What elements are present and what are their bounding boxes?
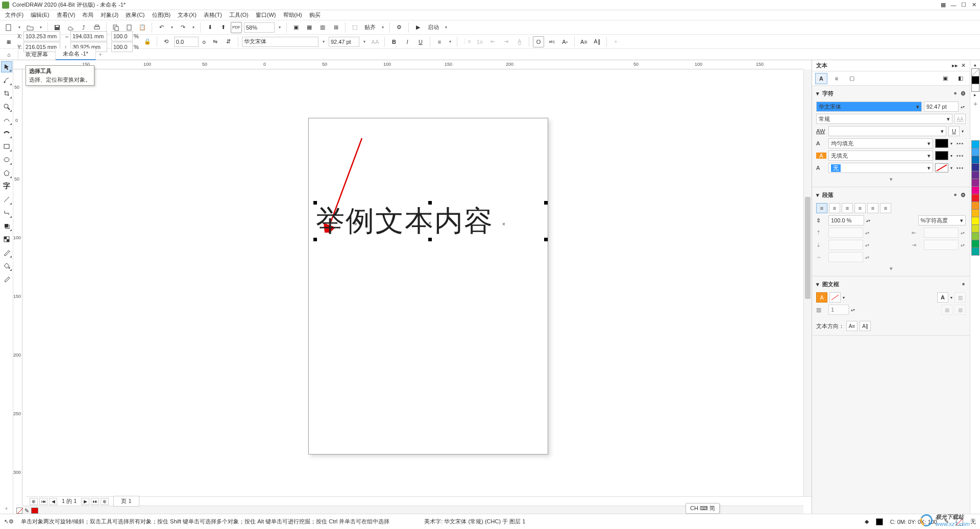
freehand-tool[interactable] xyxy=(1,114,12,125)
char-spacing-input[interactable] xyxy=(828,252,863,262)
transparency-tool[interactable] xyxy=(1,234,12,245)
eyedropper-tool[interactable] xyxy=(1,247,12,258)
menu-edit[interactable]: 编辑(E) xyxy=(28,10,53,20)
all-caps-button[interactable]: AA xyxy=(954,114,966,124)
color-lightblue[interactable] xyxy=(971,148,979,156)
vertical-scrollbar[interactable] xyxy=(803,69,812,506)
col-opt2[interactable]: ▦ xyxy=(954,305,966,315)
w-input[interactable] xyxy=(70,31,107,41)
page-tab[interactable]: 页 1 xyxy=(113,496,139,507)
color-violet[interactable] xyxy=(971,179,979,187)
options-button[interactable]: ⚙ xyxy=(394,22,405,33)
snap-label[interactable]: 贴齐 xyxy=(362,23,378,31)
artistic-media-tool[interactable] xyxy=(1,128,12,139)
color-blue[interactable] xyxy=(971,156,979,164)
para-mode-tab[interactable]: ≡ xyxy=(830,73,843,84)
outline-swatch[interactable] xyxy=(935,163,948,172)
abc-button[interactable]: ab| xyxy=(546,36,557,47)
text-tool[interactable]: 字 xyxy=(1,181,12,192)
no-color-swatch[interactable] xyxy=(971,68,979,77)
docker-font-select[interactable]: 华文宋体▾ xyxy=(816,102,922,112)
section-opts-icon[interactable]: ⚬ xyxy=(953,192,958,198)
zoom-input[interactable] xyxy=(244,22,275,33)
sx-input[interactable] xyxy=(111,31,133,41)
char-mode-tab[interactable]: A xyxy=(815,73,827,84)
fill-type-select[interactable]: 均匀填充▾ xyxy=(828,138,933,148)
frame-mode-tab[interactable]: ▢ xyxy=(846,73,858,84)
text-align-button[interactable]: ≡ xyxy=(434,36,445,47)
align-center-button[interactable]: ≡ xyxy=(842,203,853,213)
docker-menu-icon[interactable]: ▸▸ xyxy=(952,62,958,69)
font-select[interactable] xyxy=(242,37,318,47)
home-tab[interactable]: ⌂ xyxy=(0,50,18,59)
crop-tool[interactable] xyxy=(1,88,12,99)
menu-tools[interactable]: 工具(O) xyxy=(226,10,252,20)
mirror-h-button[interactable]: ⇋ xyxy=(210,36,221,47)
launch-icon[interactable]: ▶ xyxy=(412,22,424,33)
menu-file[interactable]: 文件(F) xyxy=(2,10,27,20)
color-purple[interactable] xyxy=(971,171,979,179)
lock-ratio-button[interactable]: 🔒 xyxy=(142,36,153,47)
palette-expand-button[interactable]: ▸ xyxy=(974,92,976,97)
left-indent-input[interactable] xyxy=(924,228,959,238)
color-magenta[interactable] xyxy=(971,186,979,194)
docker-fontstyle[interactable]: 常规▾ xyxy=(816,114,952,124)
chevron-icon[interactable]: ▾ xyxy=(816,192,819,198)
outline-more-button[interactable]: ••• xyxy=(954,165,966,171)
align-force-button[interactable]: ≡ xyxy=(880,203,891,213)
textdir-h-button[interactable]: A≡ xyxy=(846,321,857,331)
minimize-button[interactable]: — xyxy=(949,1,958,9)
canvas[interactable]: 举例文本内容 × × × xyxy=(22,69,803,506)
menu-buy[interactable]: 购买 xyxy=(306,10,324,20)
redo-dropdown[interactable]: ▾ xyxy=(190,25,197,30)
frame-columns-icon[interactable]: ▥ xyxy=(954,292,966,303)
color-teal[interactable] xyxy=(971,247,979,256)
next-page-button[interactable]: ▶ xyxy=(81,498,89,505)
chevron-icon[interactable]: ▾ xyxy=(816,90,819,97)
pick-tool[interactable] xyxy=(1,61,12,72)
color-lime[interactable] xyxy=(971,224,979,233)
htext-button[interactable]: A≡ xyxy=(578,36,590,47)
shape-tool[interactable] xyxy=(1,74,12,86)
handle-bl[interactable] xyxy=(313,238,317,241)
section-gear-icon[interactable]: ⚙ xyxy=(961,90,966,97)
right-indent-input[interactable] xyxy=(924,240,959,250)
numbering-button[interactable]: 1≡ xyxy=(474,36,485,47)
fontsize-input[interactable] xyxy=(329,37,359,47)
snap-dropdown[interactable]: ▾ xyxy=(380,25,386,30)
parallel-dim-tool[interactable] xyxy=(1,194,12,205)
color-green[interactable] xyxy=(971,232,979,240)
outline-select[interactable]: 无▾ xyxy=(828,163,933,173)
indent-inc-button[interactable]: ⇥ xyxy=(501,36,512,47)
guides-button[interactable]: ▥ xyxy=(317,22,328,33)
docker-close-icon[interactable]: ✕ xyxy=(961,62,966,69)
horizontal-ruler[interactable]: 150 100 50 0 50 100 150 200 50 100 150 xyxy=(13,60,803,69)
fill-swatch[interactable] xyxy=(31,508,38,514)
connector-tool[interactable] xyxy=(1,207,12,218)
fullscreen-button[interactable]: ▣ xyxy=(290,22,302,33)
status-fill-swatch[interactable] xyxy=(876,518,883,525)
add-page-after-button[interactable]: ⊕ xyxy=(101,498,109,505)
new-button[interactable] xyxy=(3,22,14,33)
mirror-v-button[interactable]: ⇵ xyxy=(223,36,234,47)
open-dropdown[interactable]: ▾ xyxy=(38,25,44,30)
zoom-dropdown[interactable]: ▾ xyxy=(277,25,283,30)
vtext-button[interactable]: A‖ xyxy=(592,36,603,47)
docker-opt2[interactable]: ◧ xyxy=(954,73,967,84)
underline-toggle[interactable]: U xyxy=(948,126,960,136)
plus-button[interactable]: ＋ xyxy=(610,36,622,47)
menu-help[interactable]: 帮助(H) xyxy=(280,10,305,20)
fill-more-button[interactable]: ••• xyxy=(954,140,966,146)
presets-icon[interactable]: ▦ xyxy=(3,36,14,47)
after-spacing-input[interactable] xyxy=(828,240,863,250)
fontsize-dropdown[interactable]: ▾ xyxy=(361,39,368,44)
prev-page-button[interactable]: ◀ xyxy=(49,498,57,505)
handle-ml[interactable]: × xyxy=(354,221,357,227)
handle-bc[interactable] xyxy=(428,238,432,241)
document-tab[interactable]: 未命名 -1* xyxy=(56,48,96,60)
menu-object[interactable]: 对象(J) xyxy=(97,10,121,20)
color-amber[interactable] xyxy=(971,209,979,217)
align-right-button[interactable]: ≡ xyxy=(854,203,866,213)
launch-dropdown[interactable]: ▾ xyxy=(443,25,449,30)
indent-dec-button[interactable]: ⇤ xyxy=(487,36,499,47)
